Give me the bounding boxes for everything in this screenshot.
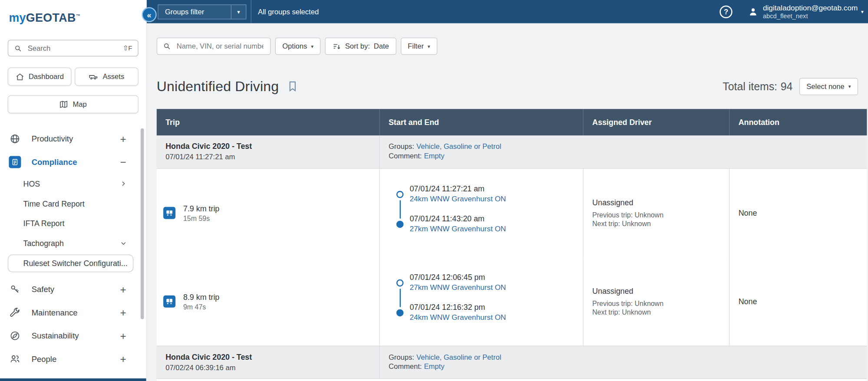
- next-trip-label: Next trip:: [592, 220, 620, 228]
- time-card-report-label: Time Card Report: [23, 199, 85, 208]
- sidebar-search[interactable]: ⇧F: [8, 40, 139, 56]
- minus-icon[interactable]: −: [120, 157, 126, 167]
- sustainability-label: Sustainability: [32, 332, 79, 340]
- total-items-value: 94: [781, 80, 793, 92]
- sidebar-nav: Productivity + Compliance − HOS Time Car…: [0, 127, 146, 371]
- sidebar-item-ruleset-switcher[interactable]: Ruleset Switcher Configurati...: [0, 253, 146, 273]
- trip-end-dot: [396, 221, 404, 228]
- people-label: People: [32, 355, 57, 363]
- plus-icon[interactable]: +: [120, 354, 126, 364]
- assets-button[interactable]: Assets: [75, 68, 139, 86]
- plus-icon[interactable]: +: [120, 331, 126, 341]
- trip-end-location-link[interactable]: 27km WNW Gravenhurst ON: [409, 225, 506, 233]
- column-header-assigned-driver: Assigned Driver: [584, 109, 730, 135]
- trip-connector-line: [399, 289, 401, 307]
- sidebar-collapse-button[interactable]: «: [142, 7, 156, 22]
- assigned-driver: Unassigned: [592, 286, 729, 295]
- asset-search[interactable]: [157, 38, 271, 55]
- comment-link[interactable]: Empty: [424, 151, 445, 160]
- next-trip-value: Unknown: [622, 309, 650, 316]
- chevron-down-icon[interactable]: ▾: [231, 5, 246, 19]
- plus-icon[interactable]: +: [120, 284, 126, 295]
- sidebar-item-safety[interactable]: Safety +: [0, 278, 146, 301]
- vehicle-name: Honda Civic 2020 - Test: [165, 141, 379, 150]
- vehicle-group-row: Honda Civic 2020 - Test 07/01/24 11:27:2…: [157, 135, 867, 168]
- user-menu-caret-icon[interactable]: ▾: [861, 9, 864, 14]
- comment-link[interactable]: Empty: [424, 362, 445, 371]
- trip-start-dot: [396, 191, 404, 198]
- column-header-start-end: Start and End: [380, 109, 584, 135]
- next-trip-label: Next trip:: [592, 309, 620, 316]
- toolbar: Options ▾ Sort by: Date Filter ▾: [157, 38, 868, 55]
- mygeotab-logo: myGEOTAB™: [9, 11, 146, 24]
- app-window: myGEOTAB™ ⇧F Dashboard Assets Map: [0, 0, 868, 381]
- map-button[interactable]: Map: [8, 95, 139, 113]
- comment-label: Comment:: [389, 362, 422, 371]
- group-datetime: 07/01/24 11:27:21 am: [165, 153, 379, 161]
- chevron-right-icon[interactable]: [119, 180, 127, 187]
- total-items-label: Total items:: [723, 80, 777, 92]
- filter-dropdown[interactable]: Filter ▾: [401, 38, 438, 55]
- productivity-label: Productivity: [32, 135, 73, 143]
- trip-vehicle-icon: [163, 207, 175, 219]
- dashboard-label: Dashboard: [29, 72, 64, 81]
- sidebar: myGEOTAB™ ⇧F Dashboard Assets Map: [0, 0, 147, 381]
- sidebar-scrollbar[interactable]: [141, 128, 144, 319]
- trip-start-time: 07/01/24 11:27:21 am: [409, 184, 506, 194]
- groups-label: Groups:: [389, 353, 414, 361]
- logo-trademark: ™: [76, 13, 81, 18]
- tachograph-label: Tachograph: [23, 239, 64, 248]
- plus-icon[interactable]: +: [120, 134, 126, 144]
- ruleset-switcher-label: Ruleset Switcher Configurati...: [23, 259, 128, 268]
- sidebar-item-sustainability[interactable]: Sustainability +: [0, 324, 146, 348]
- group-datetime: 07/02/24 06:39:16 am: [165, 364, 379, 372]
- total-items: Total items: 94: [723, 80, 792, 92]
- chevron-down-icon[interactable]: [119, 240, 127, 247]
- sort-value: Date: [374, 42, 389, 50]
- previous-trip-value: Unknown: [635, 211, 663, 219]
- options-label: Options: [282, 42, 307, 50]
- sidebar-item-hos[interactable]: HOS: [0, 174, 146, 194]
- asset-search-input[interactable]: [175, 42, 264, 51]
- help-glyph: ?: [724, 7, 728, 16]
- select-none-dropdown[interactable]: Select none ▾: [799, 78, 858, 95]
- ifta-report-label: IFTA Report: [23, 219, 65, 228]
- groups-filter-dropdown[interactable]: Groups filter ▾: [158, 4, 246, 19]
- user-menu[interactable]: digitaladoption@geotab.com abcd_fleet_ne…: [748, 3, 864, 20]
- next-trip-value: Unknown: [622, 220, 650, 228]
- sidebar-item-compliance[interactable]: Compliance −: [0, 151, 146, 174]
- chevron-down-icon: ▾: [311, 43, 314, 49]
- sort-button[interactable]: Sort by: Date: [325, 38, 396, 55]
- main-content: Options ▾ Sort by: Date Filter ▾ Unident…: [147, 23, 868, 381]
- sidebar-item-time-card-report[interactable]: Time Card Report: [0, 194, 146, 213]
- search-shortcut-hint: ⇧F: [123, 44, 132, 52]
- trip-end-location-link[interactable]: 24km WNW Gravenhurst ON: [409, 313, 506, 322]
- sort-label: Sort by:: [345, 42, 370, 50]
- groups-label: Groups:: [389, 142, 414, 151]
- groups-filter-label: Groups filter: [158, 5, 231, 19]
- trip-start-location-link[interactable]: 27km WNW Gravenhurst ON: [409, 283, 506, 292]
- sidebar-item-maintenance[interactable]: Maintenance +: [0, 301, 146, 325]
- trip-vehicle-icon: [163, 296, 175, 308]
- dashboard-button[interactable]: Dashboard: [8, 68, 72, 86]
- bookmark-icon[interactable]: [287, 80, 297, 92]
- trip-start-location-link[interactable]: 24km WNW Gravenhurst ON: [409, 195, 506, 203]
- user-email: digitaladoption@geotab.com: [763, 3, 858, 12]
- help-icon[interactable]: ?: [720, 5, 733, 18]
- sidebar-item-ifta-report[interactable]: IFTA Report: [0, 213, 146, 233]
- annotation-value: None: [739, 297, 757, 306]
- productivity-icon: [9, 133, 21, 145]
- plus-icon[interactable]: +: [120, 307, 126, 318]
- sidebar-search-input[interactable]: [26, 43, 118, 53]
- sidebar-item-productivity[interactable]: Productivity +: [0, 127, 146, 151]
- options-dropdown[interactable]: Options ▾: [275, 38, 321, 55]
- vehicle-groups-link[interactable]: Vehicle, Gasoline or Petrol: [416, 142, 501, 151]
- sidebar-item-tachograph[interactable]: Tachograph: [0, 233, 146, 253]
- sidebar-item-people[interactable]: People +: [0, 348, 146, 371]
- vehicle-groups-link[interactable]: Vehicle, Gasoline or Petrol: [416, 353, 501, 361]
- hos-label: HOS: [23, 179, 40, 188]
- trip-end-time: 07/01/24 11:43:20 am: [409, 213, 506, 223]
- page-header: Unidentified Driving Total items: 94 Sel…: [157, 77, 858, 95]
- trip-distance: 8.9 km trip: [183, 292, 219, 301]
- topbar-divider: [251, 0, 251, 23]
